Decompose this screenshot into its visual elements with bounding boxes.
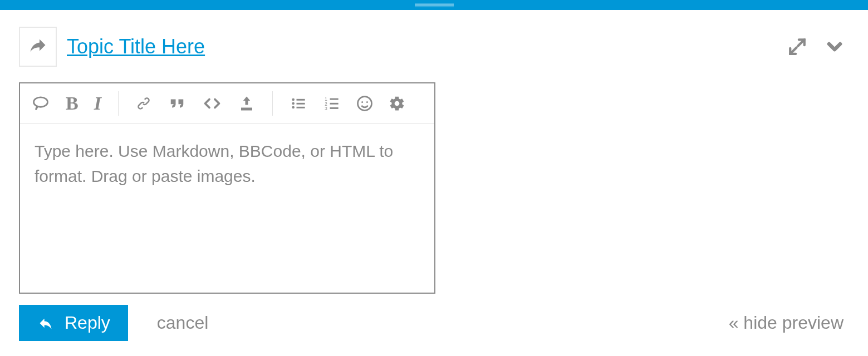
toolbar-separator [118, 91, 119, 116]
emoji-button[interactable] [356, 95, 373, 112]
italic-button[interactable]: I [94, 93, 101, 114]
topic-title-link[interactable]: Topic Title Here [67, 35, 205, 58]
fullscreen-button[interactable] [784, 34, 810, 60]
svg-rect-2 [296, 99, 305, 101]
grip-icon [415, 3, 454, 7]
reply-icon [37, 315, 55, 331]
reply-button[interactable]: Reply [19, 305, 128, 341]
svg-point-1 [292, 98, 295, 101]
composer-header: Topic Title Here [19, 27, 849, 67]
svg-rect-11 [330, 103, 338, 105]
bold-button[interactable]: B [66, 93, 79, 114]
svg-rect-12 [330, 107, 338, 109]
code-button[interactable] [202, 95, 222, 112]
composer-body: Topic Title Here [0, 10, 868, 352]
svg-point-0 [34, 97, 48, 107]
editor-container: B I [19, 82, 435, 294]
svg-point-14 [361, 101, 363, 103]
quote-button[interactable] [168, 95, 187, 112]
bullet-list-button[interactable] [290, 96, 307, 111]
chevron-down-icon [823, 36, 846, 58]
svg-point-15 [366, 101, 368, 103]
collapse-button[interactable] [820, 32, 849, 61]
svg-rect-6 [296, 107, 305, 108]
expand-icon [788, 37, 807, 56]
reply-indicator [19, 27, 57, 67]
editor-textarea[interactable]: Type here. Use Markdown, BBCode, or HTML… [20, 124, 434, 293]
svg-text:3: 3 [325, 106, 327, 111]
settings-button[interactable] [389, 95, 405, 112]
toolbar-separator [272, 91, 273, 116]
svg-rect-4 [296, 103, 305, 105]
cancel-link[interactable]: cancel [157, 313, 209, 333]
numbered-list-button[interactable]: 1 2 3 [323, 96, 341, 111]
svg-point-13 [357, 97, 371, 111]
upload-button[interactable] [238, 95, 256, 112]
svg-point-5 [292, 106, 295, 109]
hide-preview-link[interactable]: « hide preview [729, 313, 844, 333]
editor-toolbar: B I [20, 83, 434, 124]
link-button[interactable] [135, 95, 152, 112]
reply-button-label: Reply [65, 313, 110, 333]
svg-point-3 [292, 102, 295, 105]
editor-placeholder: Type here. Use Markdown, BBCode, or HTML… [35, 139, 420, 189]
composer-actions: Reply cancel « hide preview [19, 305, 849, 341]
speech-bubble-icon[interactable] [31, 95, 50, 112]
svg-rect-10 [330, 98, 338, 100]
composer-drag-bar[interactable] [0, 0, 868, 10]
share-arrow-icon [28, 37, 48, 57]
